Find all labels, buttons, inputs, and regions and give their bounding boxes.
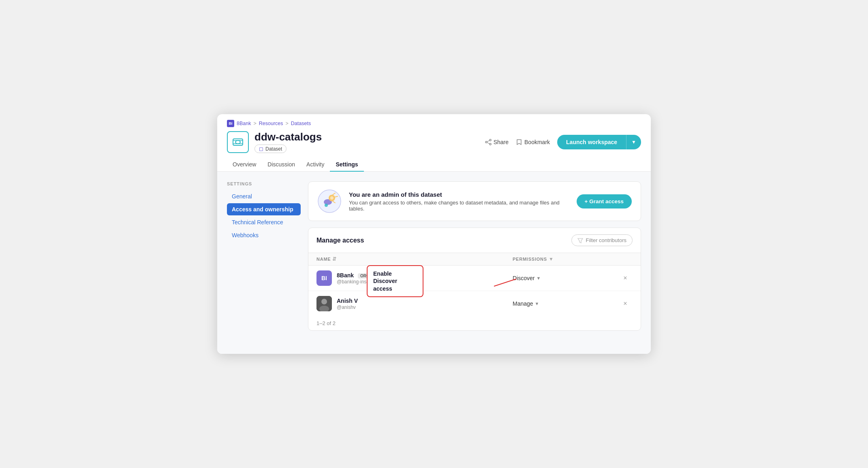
dataset-badge-icon: ◻ (259, 146, 263, 152)
share-button[interactable]: Share (485, 139, 509, 145)
sidebar-item-general[interactable]: General (227, 190, 301, 202)
breadcrumb-resources[interactable]: Resources (259, 121, 283, 126)
sort-icon[interactable]: ⇵ (332, 256, 337, 262)
permission-dropdown-8bank[interactable]: Discover ▼ (513, 275, 541, 281)
tabs: Overview Discussion Activity Settings (227, 158, 641, 171)
table-footer: 1–2 of 2 (308, 316, 641, 330)
perms-chevron-icon: ▼ (549, 256, 554, 262)
tab-activity[interactable]: Activity (301, 158, 330, 172)
discover-permission-8bank: Discover ▼ (513, 275, 618, 281)
admin-notice-left: You are an admin of this dataset You can… (317, 189, 569, 213)
svg-point-20 (321, 299, 327, 304)
svg-marker-17 (578, 238, 583, 243)
svg-line-8 (487, 143, 490, 144)
breadcrumb-org[interactable]: 8Bank (237, 121, 251, 126)
breadcrumb-sep2: > (286, 121, 289, 126)
bookmark-button[interactable]: Bookmark (516, 139, 550, 145)
sidebar: SETTINGS General Access and ownership Te… (227, 181, 308, 344)
manage-access-header: Manage access Filter contributors (308, 228, 641, 253)
row-name-8bank: BI 8Bank ORG @banking-ins (316, 270, 513, 286)
tab-settings[interactable]: Settings (330, 158, 363, 172)
svg-point-6 (490, 143, 491, 145)
perm-chevron-icon-anishv: ▼ (535, 301, 539, 306)
perm-chevron-icon: ▼ (536, 276, 541, 281)
user-info-8bank: 8Bank ORG @banking-ins (337, 272, 372, 285)
header-left: ddw-catalogs ◻ Dataset (227, 131, 322, 153)
sidebar-item-technical[interactable]: Technical Reference (227, 216, 301, 228)
grant-access-button[interactable]: + Grant access (577, 194, 632, 208)
user-info-anishv: Anish V @anishv (337, 297, 358, 310)
remove-8bank-button[interactable]: × (623, 274, 627, 282)
user-handle-anishv: @anishv (337, 304, 358, 310)
manage-access-title: Manage access (316, 237, 364, 244)
dataset-icon (227, 131, 249, 153)
breadcrumb-sep1: > (253, 121, 256, 126)
svg-point-5 (485, 141, 487, 143)
sidebar-item-access[interactable]: Access and ownership (227, 203, 301, 215)
row-action-8bank: × (618, 274, 633, 282)
row-action-anishv: × (618, 300, 633, 307)
share-label: Share (494, 139, 509, 145)
row-perms-8bank: Discover ▼ Enable Discover access (513, 275, 618, 281)
col-perms-header: PERMISSIONS ▼ (513, 256, 618, 262)
user-handle-8bank: @banking-ins (337, 279, 372, 285)
page-title: ddw-catalogs (254, 131, 322, 143)
dataset-badge: ◻ Dataset (254, 145, 286, 153)
app-window: BI 8Bank > Resources > Datasets ddw-cata… (217, 114, 651, 354)
dataset-badge-label: Dataset (265, 146, 282, 152)
access-table: NAME ⇵ PERMISSIONS ▼ BI (308, 253, 641, 316)
org-tag: ORG (358, 273, 372, 279)
breadcrumb-datasets[interactable]: Datasets (291, 121, 311, 126)
svg-point-16 (325, 204, 328, 207)
row-name-anishv: Anish V @anishv (316, 296, 513, 311)
launch-workspace-caret[interactable]: ▼ (626, 135, 641, 149)
tab-discussion[interactable]: Discussion (262, 158, 301, 172)
bookmark-label: Bookmark (524, 139, 550, 145)
user-name-anishv: Anish V (337, 298, 358, 304)
svg-point-1 (235, 140, 240, 144)
content: SETTINGS General Access and ownership Te… (217, 172, 651, 354)
launch-btn-group: Launch workspace ▼ (557, 135, 641, 149)
filter-icon (577, 238, 583, 243)
filter-contributors-input[interactable]: Filter contributors (571, 234, 633, 246)
avatar-anishv (316, 296, 332, 311)
admin-notice-illustration (317, 189, 342, 213)
bookmark-icon (516, 139, 522, 145)
header-row: ddw-catalogs ◻ Dataset Sh (227, 131, 641, 153)
manage-access-panel: Manage access Filter contributors NAME ⇵ (308, 228, 641, 331)
launch-workspace-button[interactable]: Launch workspace (557, 135, 626, 149)
remove-anishv-button[interactable]: × (623, 300, 627, 307)
admin-notice-description: You can grant access to others, make cha… (349, 200, 569, 212)
svg-point-4 (490, 139, 491, 141)
admin-notice: You are an admin of this dataset You can… (308, 181, 641, 221)
admin-notice-title: You are an admin of this dataset (349, 191, 569, 198)
permission-dropdown-anishv[interactable]: Manage ▼ (513, 300, 539, 307)
table-row: Anish V @anishv Manage ▼ × (308, 291, 641, 316)
header-title: ddw-catalogs ◻ Dataset (254, 131, 322, 153)
avatar-8bank: BI (316, 270, 332, 286)
share-icon (485, 139, 492, 145)
table-header: NAME ⇵ PERMISSIONS ▼ (308, 253, 641, 266)
svg-line-7 (487, 140, 490, 142)
svg-rect-0 (233, 139, 243, 145)
tab-overview[interactable]: Overview (227, 158, 262, 172)
settings-section-label: SETTINGS (227, 181, 301, 186)
topbar: BI 8Bank > Resources > Datasets ddw-cata… (217, 114, 651, 172)
user-name-8bank: 8Bank ORG (337, 272, 372, 279)
row-perms-anishv: Manage ▼ (513, 300, 618, 307)
filter-placeholder: Filter contributors (586, 237, 626, 243)
col-name-header: NAME ⇵ (316, 256, 513, 262)
table-row: BI 8Bank ORG @banking-ins (308, 266, 641, 291)
main-content: You are an admin of this dataset You can… (308, 181, 641, 344)
svg-point-12 (330, 196, 334, 200)
breadcrumb: BI 8Bank > Resources > Datasets (227, 120, 641, 127)
org-icon: BI (227, 120, 234, 127)
admin-notice-text: You are an admin of this dataset You can… (349, 191, 569, 212)
sidebar-item-webhooks[interactable]: Webhooks (227, 229, 301, 241)
header-actions: Share Bookmark Launch workspace ▼ (485, 135, 641, 149)
